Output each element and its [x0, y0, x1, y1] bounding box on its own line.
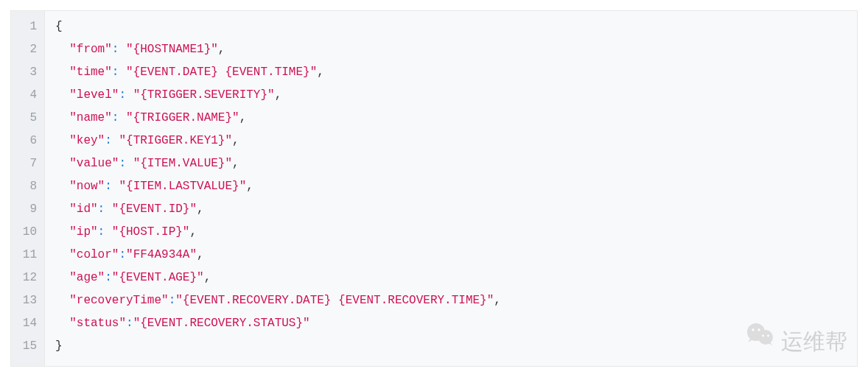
- line-number: 4: [15, 84, 37, 107]
- code-line: "ip": "{HOST.IP}",: [55, 221, 850, 244]
- code-line: "name": "{TRIGGER.NAME}",: [55, 107, 850, 130]
- json-value: "FF4A934A": [126, 248, 197, 261]
- code-line: "age":"{EVENT.AGE}",: [55, 267, 850, 289]
- line-number: 3: [15, 61, 37, 84]
- line-number: 11: [15, 244, 37, 267]
- line-number: 14: [15, 312, 37, 335]
- colon: :: [169, 294, 176, 307]
- colon: :: [119, 88, 133, 102]
- json-key: "recoveryTime": [69, 294, 168, 307]
- json-value: "{EVENT.ID}": [112, 202, 197, 216]
- json-value: "{ITEM.LASTVALUE}": [119, 180, 246, 193]
- line-number: 7: [15, 152, 37, 175]
- json-key: "name": [69, 111, 112, 124]
- json-value: "{HOSTNAME1}": [126, 43, 218, 56]
- line-number-gutter: 123456789101112131415: [11, 11, 45, 366]
- json-value: "{TRIGGER.NAME}": [126, 111, 239, 124]
- code-line: "color":"FF4A934A",: [55, 244, 850, 267]
- comma: ,: [197, 202, 204, 216]
- comma: ,: [317, 66, 324, 79]
- json-value: "{TRIGGER.SEVERITY}": [133, 88, 275, 102]
- line-number: 9: [15, 198, 37, 221]
- json-key: "id": [69, 202, 97, 216]
- json-key: "ip": [69, 225, 97, 239]
- json-key: "status": [69, 317, 126, 330]
- brace: }: [55, 339, 63, 353]
- colon: :: [112, 111, 126, 124]
- json-key: "level": [69, 88, 119, 102]
- code-line: "level": "{TRIGGER.SEVERITY}",: [55, 84, 850, 107]
- json-key: "from": [69, 43, 112, 56]
- json-key: "now": [69, 180, 105, 193]
- comma: ,: [232, 134, 239, 147]
- json-value: "{ITEM.VALUE}": [133, 157, 232, 170]
- colon: :: [112, 43, 126, 56]
- json-value: "{EVENT.DATE} {EVENT.TIME}": [126, 66, 317, 79]
- line-number: 6: [15, 130, 37, 152]
- comma: ,: [494, 294, 501, 307]
- json-key: "key": [69, 134, 105, 147]
- colon: :: [105, 180, 119, 193]
- colon: :: [98, 202, 112, 216]
- line-number: 12: [15, 267, 37, 289]
- code-line: "key": "{TRIGGER.KEY1}",: [55, 130, 850, 152]
- code-line: "time": "{EVENT.DATE} {EVENT.TIME}",: [55, 61, 850, 84]
- comma: ,: [246, 180, 253, 193]
- line-number: 10: [15, 221, 37, 244]
- json-key: "age": [69, 271, 105, 284]
- code-line: "value": "{ITEM.VALUE}",: [55, 152, 850, 175]
- code-line: "from": "{HOSTNAME1}",: [55, 38, 850, 61]
- json-value: "{HOST.IP}": [112, 225, 190, 239]
- colon: :: [119, 248, 126, 261]
- line-number: 2: [15, 38, 37, 61]
- json-key: "time": [69, 66, 112, 79]
- code-line: {: [55, 15, 850, 38]
- comma: ,: [197, 248, 204, 261]
- code-line: "now": "{ITEM.LASTVALUE}",: [55, 175, 850, 198]
- comma: ,: [189, 225, 197, 239]
- colon: :: [98, 225, 112, 239]
- comma: ,: [218, 43, 225, 56]
- brace: {: [55, 20, 63, 33]
- colon: :: [126, 317, 133, 330]
- line-number: 13: [15, 289, 37, 312]
- json-key: "value": [69, 157, 119, 170]
- code-block: 123456789101112131415 {"from": "{HOSTNAM…: [10, 10, 858, 367]
- colon: :: [119, 157, 133, 170]
- code-line: "recoveryTime":"{EVENT.RECOVERY.DATE} {E…: [55, 289, 850, 312]
- line-number: 8: [15, 175, 37, 198]
- json-value: "{TRIGGER.KEY1}": [119, 134, 232, 147]
- comma: ,: [204, 271, 211, 284]
- line-number: 15: [15, 335, 37, 358]
- comma: ,: [239, 111, 247, 124]
- code-content[interactable]: {"from": "{HOSTNAME1}","time": "{EVENT.D…: [45, 11, 857, 366]
- line-number: 1: [15, 15, 37, 38]
- code-line: "id": "{EVENT.ID}",: [55, 198, 850, 221]
- comma: ,: [275, 88, 282, 102]
- json-value: "{EVENT.RECOVERY.DATE} {EVENT.RECOVERY.T…: [175, 294, 494, 307]
- json-value: "{EVENT.AGE}": [112, 271, 204, 284]
- code-line: }: [55, 335, 850, 358]
- colon: :: [105, 134, 119, 147]
- line-number: 5: [15, 107, 37, 130]
- colon: :: [112, 66, 126, 79]
- json-value: "{EVENT.RECOVERY.STATUS}": [133, 317, 310, 330]
- comma: ,: [232, 157, 239, 170]
- json-key: "color": [69, 248, 119, 261]
- colon: :: [105, 271, 112, 284]
- code-line: "status":"{EVENT.RECOVERY.STATUS}": [55, 312, 850, 335]
